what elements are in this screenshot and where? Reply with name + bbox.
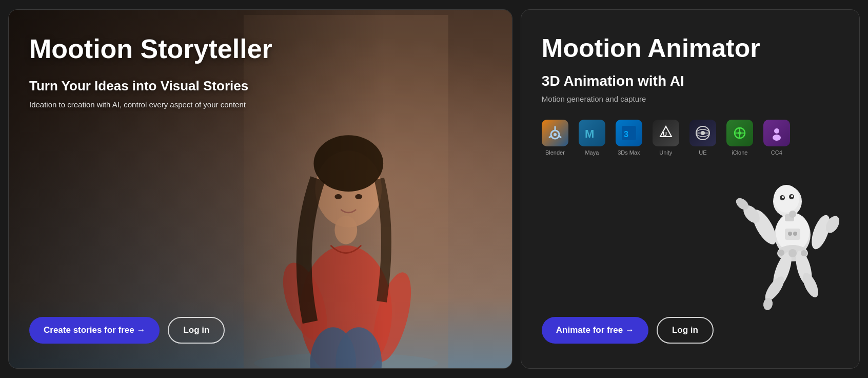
svg-point-31 [773, 135, 781, 141]
svg-point-52 [789, 211, 796, 218]
create-stories-button[interactable]: Create stories for free → [29, 317, 160, 344]
animator-title: Mootion Animator [542, 34, 839, 63]
storyteller-text: Mootion Storyteller Turn Your Ideas into… [29, 34, 296, 111]
animator-login-button[interactable]: Log in [657, 317, 714, 344]
blender-icon [542, 120, 568, 146]
storyteller-title: Mootion Storyteller [29, 34, 296, 64]
blender-icon-item: Blender [542, 120, 568, 156]
svg-point-30 [774, 128, 779, 134]
svg-point-53 [788, 249, 797, 257]
3dsmax-icon: 3 [616, 120, 642, 146]
cc4-icon-item: CC4 [763, 120, 790, 156]
svg-text:M: M [585, 127, 594, 140]
ue-label: UE [699, 149, 706, 156]
svg-point-39 [791, 195, 793, 197]
iclone-icon [726, 120, 753, 146]
storyteller-subtitle: Turn Your Ideas into Visual Stories [29, 78, 296, 94]
svg-text:U: U [663, 131, 667, 137]
maya-icon-item: M Maya [579, 120, 605, 156]
3dsmax-label: 3Ds Max [618, 149, 640, 156]
ue-icon [689, 120, 716, 146]
svg-point-35 [774, 185, 799, 213]
animator-card: Mootion Animator 3D Animation with AI Mo… [521, 9, 860, 369]
ue-icon-item: UE [689, 120, 716, 156]
maya-label: Maya [585, 149, 599, 156]
storyteller-actions: Create stories for free → Log in [29, 317, 491, 344]
storyteller-description: Ideation to creation with AI, control ev… [29, 99, 296, 111]
svg-rect-56 [785, 229, 800, 240]
svg-point-38 [782, 196, 784, 198]
software-icons-row: Blender M Maya 3 3Ds Max [542, 120, 839, 156]
svg-point-58 [793, 232, 797, 236]
blender-label: Blender [545, 149, 565, 156]
animator-description: Motion generation and capture [542, 93, 839, 105]
animate-free-button[interactable]: Animate for free → [542, 317, 648, 344]
unity-label: Unity [659, 149, 672, 156]
iclone-icon-item: iClone [726, 120, 753, 156]
svg-point-54 [778, 250, 784, 256]
storyteller-content: Mootion Storyteller Turn Your Ideas into… [9, 10, 512, 368]
storyteller-card: Mootion Storyteller Turn Your Ideas into… [8, 9, 512, 369]
svg-point-57 [788, 232, 792, 236]
unity-icon: U [653, 120, 679, 146]
animator-subtitle: 3D Animation with AI [542, 73, 839, 89]
robot-character [726, 153, 860, 327]
svg-point-55 [801, 250, 807, 256]
unity-icon-item: U Unity [653, 120, 679, 156]
svg-text:3: 3 [624, 130, 628, 139]
maya-icon: M [579, 120, 605, 146]
cards-container: Mootion Storyteller Turn Your Ideas into… [8, 9, 860, 369]
storyteller-login-button[interactable]: Log in [168, 317, 225, 344]
3dsmax-icon-item: 3 3Ds Max [616, 120, 642, 156]
svg-point-13 [554, 133, 557, 136]
cc4-icon [763, 120, 790, 146]
animator-actions: Animate for free → Log in [542, 307, 839, 344]
